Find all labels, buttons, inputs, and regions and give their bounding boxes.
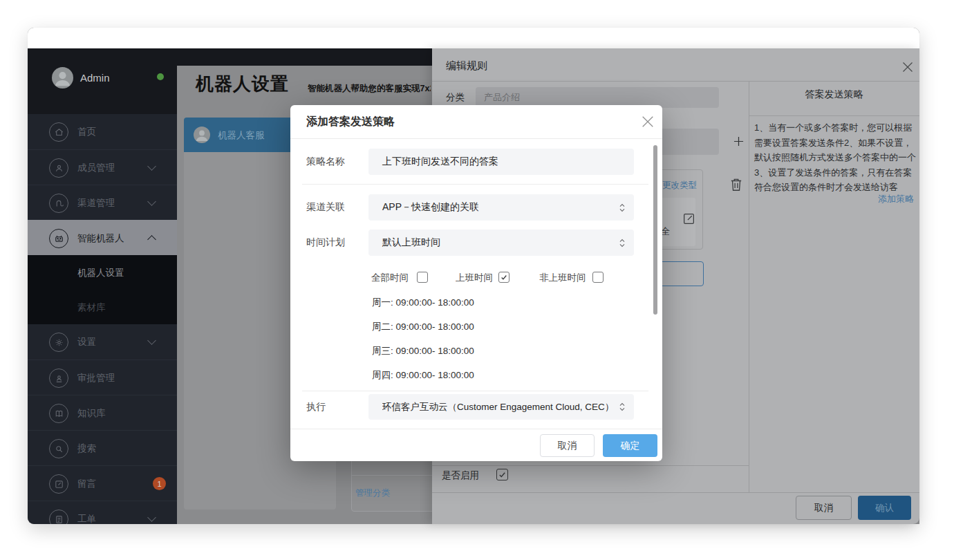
strategy-name-input[interactable]: 上下班时间发送不同的答案 [368, 149, 634, 175]
execute-label: 执行 [306, 401, 326, 413]
message-edit-icon [49, 474, 68, 494]
time-plan-label: 时间计划 [306, 236, 345, 249]
robot-icon [49, 229, 68, 248]
select-arrows-icon [619, 202, 626, 214]
edit-answer-icon[interactable] [682, 212, 695, 225]
scrollbar-thumb[interactable] [653, 145, 657, 315]
add-strategy-modal: 添加答案发送策略 策略名称 上下班时间发送不同的答案 渠道关联 APP－快速创建… [290, 105, 662, 461]
close-icon[interactable] [642, 115, 654, 128]
enable-checkbox[interactable] [496, 469, 508, 480]
sidebar-item-messages[interactable]: 留言 1 [28, 465, 177, 501]
option-all-time-checkbox[interactable] [417, 272, 428, 283]
modal-title: 添加答案发送策略 [306, 115, 395, 129]
option-all-time-label: 全部时间 [371, 272, 409, 284]
robot-avatar [194, 127, 210, 143]
channel-label: 渠道关联 [306, 201, 345, 214]
sidebar-item-settings[interactable]: 设置 [28, 324, 177, 360]
chevron-down-icon [147, 197, 156, 206]
option-work-time-label: 上班时间 [456, 272, 493, 284]
modal-confirm-button[interactable]: 确定 [603, 434, 657, 457]
execute-select[interactable]: 环信客户互动云（Customer Engagement Cloud, CEC）… [368, 394, 634, 420]
strategy-panel-title: 答案发送策略 [749, 88, 919, 101]
sidebar-item-channels[interactable]: 渠道管理 [28, 185, 177, 221]
add-question-icon[interactable] [733, 136, 744, 147]
schedule-tuesday: 周二: 09:00:00- 18:00:00 [372, 321, 474, 333]
online-status-dot [157, 73, 164, 80]
strategy-name-label: 策略名称 [306, 156, 345, 168]
divider [352, 475, 436, 476]
screen: Admin 首页 成员管理 渠道管理 智能机器人 机器人设置 素材库 [0, 0, 954, 560]
option-off-time-checkbox[interactable] [592, 272, 604, 283]
sidebar-item-home[interactable]: 首页 [28, 114, 177, 149]
chevron-down-icon [147, 513, 156, 522]
sidebar: Admin 首页 成员管理 渠道管理 智能机器人 机器人设置 素材库 [28, 48, 177, 524]
channels-icon [49, 194, 68, 213]
avatar [52, 67, 73, 88]
robot-name: 机器人客服 [218, 129, 265, 142]
window-titlebar [28, 28, 919, 48]
modal-cancel-button[interactable]: 取消 [540, 434, 595, 457]
schedule-thursday: 周四: 09:00:00- 18:00:00 [372, 369, 474, 382]
option-off-time-label: 非上班时间 [539, 272, 586, 284]
select-arrows-icon [619, 401, 626, 413]
search-icon [49, 439, 68, 458]
page-title: 机器人设置 [196, 72, 289, 96]
chevron-up-icon [147, 235, 156, 244]
enable-label: 是否启用 [442, 469, 479, 482]
change-type-link[interactable]: 更改类型 [662, 180, 697, 192]
robot-submenu: 机器人设置 素材库 [28, 255, 177, 324]
add-strategy-link[interactable]: 添加策略 [878, 193, 914, 205]
page-subtitle: 智能机器人帮助您的客服实现7x24小时 [308, 83, 431, 95]
ticket-icon [49, 510, 68, 524]
sidebar-item-knowledge-base[interactable]: 知识库 [28, 395, 177, 431]
trash-icon[interactable] [729, 177, 743, 192]
members-icon [49, 158, 68, 178]
gear-icon [49, 333, 68, 352]
sidebar-item-members[interactable]: 成员管理 [28, 149, 177, 185]
close-icon[interactable] [902, 62, 913, 73]
schedule-wednesday: 周三: 09:00:00- 18:00:00 [372, 345, 474, 357]
drawer-title: 编辑规则 [446, 59, 487, 73]
sidebar-item-tickets[interactable]: 工单 [28, 501, 177, 524]
chevron-down-icon [147, 162, 156, 171]
channel-select[interactable]: APP－快速创建的关联 [368, 194, 634, 221]
time-plan-select[interactable]: 默认上班时间 [368, 230, 634, 256]
category-label: 分类 [446, 91, 465, 104]
select-arrows-icon [619, 237, 626, 249]
sidebar-item-robot[interactable]: 智能机器人 [28, 220, 177, 256]
drawer-confirm-button[interactable]: 确认 [858, 496, 911, 520]
sidebar-item-approvals[interactable]: 审批管理 [28, 360, 177, 395]
strategy-panel-description: 1、当有一个或多个答案时，您可以根据需要设置答案发送条件2、如果不设置，默认按照… [754, 120, 916, 195]
option-work-time-checkbox[interactable] [498, 272, 509, 283]
sidebar-user-section[interactable]: Admin [28, 48, 177, 114]
stamp-icon [49, 368, 68, 388]
user-name: Admin [80, 72, 110, 84]
manage-category-link[interactable]: 管理分类 [355, 487, 390, 499]
book-icon [49, 404, 68, 423]
schedule-monday: 周一: 09:00:00- 18:00:00 [372, 297, 474, 309]
sidebar-item-search[interactable]: 搜索 [28, 430, 177, 466]
home-icon [49, 122, 68, 142]
chevron-down-icon [147, 336, 156, 345]
message-count-badge: 1 [153, 477, 166, 490]
drawer-cancel-button[interactable]: 取消 [796, 496, 852, 520]
